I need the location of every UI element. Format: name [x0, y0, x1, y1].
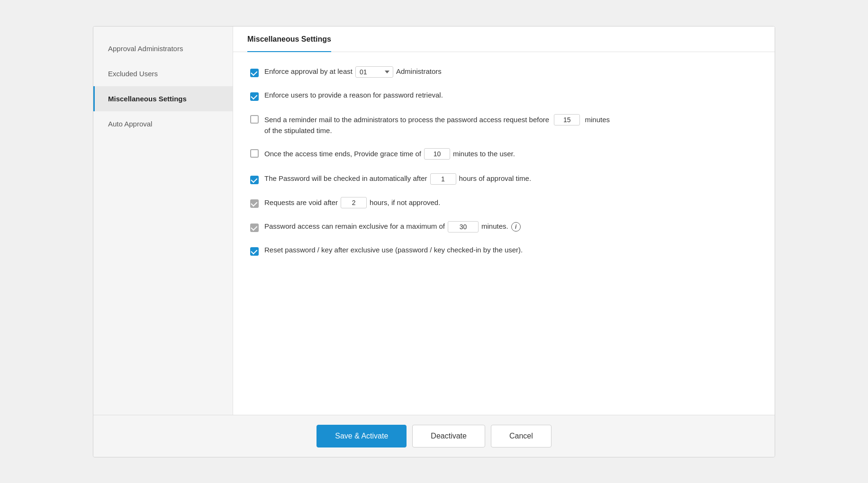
setting-row-auto-checkin: The Password will be checked in automati…: [250, 173, 758, 185]
sidebar-item-excluded-users[interactable]: Excluded Users: [93, 61, 233, 86]
deactivate-button[interactable]: Deactivate: [412, 425, 485, 447]
input-void-hours[interactable]: [341, 197, 367, 208]
setting-text-enforce-reason: Enforce users to provide a reason for pa…: [264, 90, 758, 101]
text-before-reset-password: Reset password / key after exclusive use…: [264, 245, 523, 256]
unit-auto-checkin: hours of approval time.: [459, 173, 532, 184]
checkbox-enforce-approval[interactable]: [250, 67, 259, 78]
unit-grace-time: minutes to the user.: [453, 149, 515, 160]
sidebar-item-auto-approval[interactable]: Auto Approval: [93, 111, 233, 136]
setting-text-reminder-mail: Send a reminder mail to the administrato…: [264, 114, 758, 136]
checkbox-reset-password[interactable]: [250, 246, 259, 257]
setting-row-enforce-approval: Enforce approval by at least 01 02 03 04…: [250, 66, 758, 78]
checkbox-void-requests[interactable]: [250, 198, 259, 209]
text-after-reminder-mail: of the stipulated time.: [264, 126, 332, 134]
checkbox-exclusive-access[interactable]: [250, 222, 259, 233]
text-after-enforce-approval: Administrators: [396, 66, 442, 77]
outer-container: Approval Administrators Excluded Users M…: [93, 26, 775, 457]
checkbox-icon-enforce-approval[interactable]: [250, 69, 259, 77]
setting-row-reset-password: Reset password / key after exclusive use…: [250, 245, 758, 257]
checkbox-grace-time[interactable]: [250, 149, 259, 161]
sidebar-item-label: Miscellaneous Settings: [108, 95, 187, 103]
checkbox-reminder-mail[interactable]: [250, 115, 259, 127]
setting-row-grace-time: Once the access time ends, Provide grace…: [250, 148, 758, 161]
setting-text-exclusive-access: Password access can remain exclusive for…: [264, 221, 758, 233]
checkbox-icon-reset-password[interactable]: [250, 247, 259, 256]
setting-text-enforce-approval: Enforce approval by at least 01 02 03 04…: [264, 66, 758, 78]
setting-row-exclusive-access: Password access can remain exclusive for…: [250, 221, 758, 233]
main-layout: Approval Administrators Excluded Users M…: [93, 27, 775, 415]
info-icon[interactable]: i: [511, 222, 521, 232]
input-reminder-minutes[interactable]: [554, 114, 580, 125]
checkbox-icon-enforce-reason[interactable]: [250, 92, 259, 101]
settings-body: Enforce approval by at least 01 02 03 04…: [233, 52, 775, 415]
input-grace-minutes[interactable]: [424, 148, 450, 160]
save-activate-button[interactable]: Save & Activate: [316, 425, 407, 447]
setting-text-auto-checkin: The Password will be checked in automati…: [264, 173, 758, 185]
checkbox-auto-checkin[interactable]: [250, 174, 259, 185]
setting-row-enforce-reason: Enforce users to provide a reason for pa…: [250, 90, 758, 102]
text-before-exclusive-access: Password access can remain exclusive for…: [264, 221, 445, 232]
unit-reminder-mail: minutes: [585, 116, 610, 124]
sidebar-item-label: Excluded Users: [108, 70, 158, 78]
sidebar: Approval Administrators Excluded Users M…: [93, 27, 233, 415]
text-before-grace-time: Once the access time ends, Provide grace…: [264, 149, 421, 160]
checkbox-icon-reminder-mail[interactable]: [250, 115, 259, 124]
setting-row-void-requests: Requests are void after hours, if not ap…: [250, 197, 758, 209]
cancel-button[interactable]: Cancel: [491, 425, 552, 447]
sidebar-item-label: Auto Approval: [108, 120, 152, 128]
text-before-enforce-reason: Enforce users to provide a reason for pa…: [264, 90, 443, 101]
footer-bar: Save & Activate Deactivate Cancel: [93, 415, 775, 457]
input-checkin-hours[interactable]: [430, 173, 456, 185]
unit-exclusive-access: minutes.: [481, 221, 508, 232]
sidebar-item-approval-administrators[interactable]: Approval Administrators: [93, 36, 233, 61]
checkbox-icon-void-requests[interactable]: [250, 199, 259, 208]
text-before-reminder-mail: Send a reminder mail to the administrato…: [264, 116, 549, 124]
checkbox-icon-grace-time[interactable]: [250, 149, 259, 158]
text-before-void-requests: Requests are void after: [264, 197, 338, 208]
sidebar-item-miscellaneous-settings[interactable]: Miscellaneous Settings: [93, 86, 233, 111]
input-exclusive-minutes[interactable]: [448, 221, 479, 233]
tab-header: Miscellaneous Settings: [233, 27, 775, 52]
text-before-auto-checkin: The Password will be checked in automati…: [264, 173, 427, 184]
select-enforce-approval[interactable]: 01 02 03 04 05: [355, 66, 393, 78]
setting-text-reset-password: Reset password / key after exclusive use…: [264, 245, 758, 256]
text-before-enforce-approval: Enforce approval by at least: [264, 66, 353, 77]
setting-row-reminder-mail: Send a reminder mail to the administrato…: [250, 114, 758, 136]
checkbox-icon-exclusive-access[interactable]: [250, 224, 259, 232]
setting-text-grace-time: Once the access time ends, Provide grace…: [264, 148, 758, 160]
tab-title: Miscellaneous Settings: [247, 35, 331, 52]
unit-void-requests: hours, if not approved.: [370, 197, 440, 208]
sidebar-item-label: Approval Administrators: [108, 45, 183, 53]
checkbox-icon-auto-checkin[interactable]: [250, 176, 259, 184]
main-content: Miscellaneous Settings Enforce approval …: [233, 27, 775, 415]
checkbox-enforce-reason[interactable]: [250, 91, 259, 102]
setting-text-void-requests: Requests are void after hours, if not ap…: [264, 197, 758, 208]
